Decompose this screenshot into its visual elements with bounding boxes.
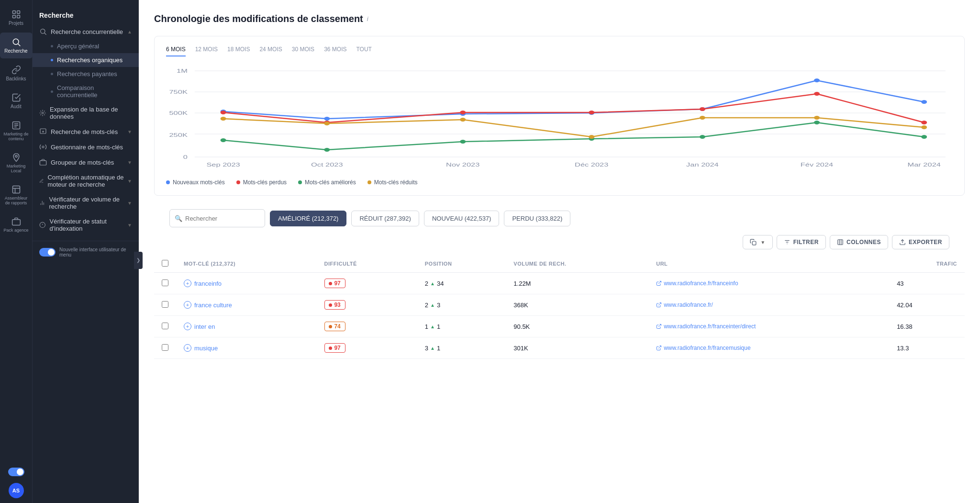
table-section: 🔍 AMÉLIORÉ (212,372) RÉDUIT (287,392) NO… — [154, 209, 965, 370]
svg-point-44 — [324, 117, 330, 121]
row-checkbox[interactable] — [162, 279, 168, 286]
sidebar-item-pack-agence[interactable]: Pack agence — [0, 212, 33, 237]
tab-6mois[interactable]: 6 MOIS — [166, 46, 186, 56]
new-interface-toggle[interactable]: Nouvelle interface utilisateur de menu — [39, 247, 132, 257]
trafic-cell: 16.38 — [889, 316, 965, 337]
sidebar-item-projets[interactable]: Projets — [0, 5, 33, 31]
dot-icon — [51, 73, 53, 75]
toggle-switch[interactable] — [39, 248, 56, 257]
sidebar-collapse-button[interactable]: ❯ — [134, 252, 143, 269]
sidebar-item-marketing-local[interactable]: Marketing Local — [0, 148, 33, 178]
filtrer-button[interactable]: FILTRER — [777, 235, 826, 249]
sidebar-section-mots-cles[interactable]: Recherche de mots-clés ▼ — [33, 124, 139, 139]
chevron-down-icon: ▼ — [127, 223, 132, 228]
chart-section: 6 MOIS 12 MOIS 18 MOIS 24 MOIS 30 MOIS 3… — [154, 36, 965, 196]
volume-cell: 1.22M — [506, 273, 648, 294]
trafic-cell: 43 — [889, 273, 965, 294]
chart-legend: Nouveaux mots-clés Mots-clés perdus Mots… — [166, 179, 953, 186]
sidebar-section-groupeur[interactable]: Groupeur de mots-clés ▼ — [33, 155, 139, 170]
sidebar-item-marketing-contenu-label: Marketing de contenu — [3, 132, 30, 141]
row-checkbox-cell[interactable] — [154, 294, 176, 316]
sidebar-item-comparaison-label: Comparaison concurrentielle — [57, 84, 132, 99]
chart-svg: 1M 750K 500K 250K 0 Sep 2023 Oct 2023 No… — [166, 66, 953, 171]
new-interface-toggle[interactable] — [8, 468, 24, 476]
filter-tab-nouveau[interactable]: NOUVEAU (422,537) — [424, 211, 500, 226]
keyword-link[interactable]: + france culture — [184, 301, 309, 309]
sidebar-item-recherches-payantes[interactable]: Recherches payantes — [33, 67, 139, 81]
sidebar-item-backlinks[interactable]: Backlinks — [0, 60, 33, 86]
plus-circle-icon: + — [184, 279, 191, 287]
row-checkbox[interactable] — [162, 301, 168, 308]
svg-point-58 — [324, 148, 330, 152]
icon-rail: Projets Recherche Backlinks Audit Market… — [0, 0, 33, 503]
export-icon — [899, 239, 906, 246]
url-link[interactable]: www.radiofrance.fr/franceinfo — [656, 280, 881, 287]
url-link[interactable]: www.radiofrance.fr/francemusique — [656, 345, 881, 351]
section-label: Vérificateur de statut d'indexation — [50, 218, 128, 232]
copy-button[interactable]: ▼ — [743, 235, 772, 249]
exporter-button[interactable]: EXPORTER — [892, 235, 949, 249]
sidebar-section-recherche-concurrentielle[interactable]: Recherche concurrentielle ▲ — [33, 24, 139, 39]
sidebar-item-comparaison[interactable]: Comparaison concurrentielle — [33, 81, 139, 102]
tab-36mois[interactable]: 36 MOIS — [324, 46, 346, 56]
filter-tab-perdu[interactable]: PERDU (333,822) — [504, 211, 570, 226]
tab-tout[interactable]: TOUT — [356, 46, 371, 56]
tab-30mois[interactable]: 30 MOIS — [292, 46, 314, 56]
sidebar-item-marketing-contenu[interactable]: Marketing de contenu — [0, 116, 33, 146]
sidebar-item-recherche-label: Recherche — [4, 48, 27, 54]
sidebar-item-recherche[interactable]: Recherche — [0, 33, 33, 58]
arrow-up-icon: ▲ — [430, 302, 435, 308]
legend-label-perdus: Mots-clés perdus — [243, 179, 287, 186]
keyword-link[interactable]: + franceinfo — [184, 279, 309, 287]
sidebar-section-expansion[interactable]: Expansion de la base de données — [33, 102, 139, 124]
sidebar-section-verificateur-indexation[interactable]: Vérificateur de statut d'indexation ▼ — [33, 214, 139, 236]
row-checkbox-cell[interactable] — [154, 273, 176, 294]
trafic-cell: 42.04 — [889, 294, 965, 316]
toggle-switch[interactable] — [8, 468, 24, 476]
svg-point-15 — [41, 29, 45, 34]
sidebar-section-gestionnaire[interactable]: Gestionnaire de mots-clés — [33, 139, 139, 155]
chevron-down-icon: ▼ — [127, 129, 132, 134]
keyword-link[interactable]: + inter en — [184, 323, 309, 330]
external-link-icon — [656, 324, 662, 329]
svg-point-50 — [221, 111, 226, 114]
svg-point-56 — [921, 121, 927, 124]
search-input[interactable] — [185, 215, 260, 222]
sidebar-item-apercu[interactable]: Aperçu général — [33, 39, 139, 53]
external-link-icon — [656, 280, 662, 286]
search-box[interactable]: 🔍 — [169, 209, 265, 227]
url-link[interactable]: www.radiofrance.fr/ — [656, 302, 881, 308]
avatar[interactable]: AS — [9, 483, 24, 498]
position-value: 3 ▲ 1 — [425, 345, 499, 352]
sidebar-section-verificateur-volume[interactable]: Vérificateur de volume de recherche ▼ — [33, 192, 139, 214]
difficulty-badge: 97 — [324, 343, 345, 353]
colonnes-button[interactable]: COLONNES — [830, 235, 888, 249]
sidebar-item-assembleur-rapports[interactable]: Assembleur de rapports — [0, 180, 33, 210]
tab-24mois[interactable]: 24 MOIS — [259, 46, 282, 56]
select-all-checkbox[interactable] — [162, 260, 168, 267]
tab-18mois[interactable]: 18 MOIS — [227, 46, 250, 56]
legend-dot-yellow — [368, 180, 371, 184]
row-checkbox-cell[interactable] — [154, 316, 176, 337]
sidebar-section-completion[interactable]: Complétion automatique de moteur de rech… — [33, 170, 139, 192]
legend-label-nouveaux: Nouveaux mots-clés — [173, 179, 225, 186]
position-value: 1 ▲ 1 — [425, 323, 499, 330]
table-row: + musique 97 3 ▲ 1 — [154, 337, 965, 359]
svg-text:500K: 500K — [169, 110, 188, 116]
row-checkbox[interactable] — [162, 323, 168, 329]
diff-dot-icon — [329, 303, 332, 307]
sidebar-item-audit[interactable]: Audit — [0, 88, 33, 114]
filter-tab-ameliore[interactable]: AMÉLIORÉ (212,372) — [270, 211, 346, 226]
filter-tab-reduit[interactable]: RÉDUIT (287,392) — [351, 211, 419, 226]
url-link[interactable]: www.radiofrance.fr/franceinter/direct — [656, 323, 881, 330]
row-checkbox-cell[interactable] — [154, 337, 176, 359]
row-checkbox[interactable] — [162, 344, 168, 351]
svg-point-64 — [221, 117, 226, 121]
svg-point-54 — [700, 107, 705, 111]
keyword-link[interactable]: + musique — [184, 344, 309, 352]
sidebar-item-recherches-organiques[interactable]: Recherches organiques — [33, 53, 139, 67]
keyword-cell: + musique — [176, 337, 317, 359]
svg-rect-2 — [12, 15, 15, 18]
page-title: Chronologie des modifications de classem… — [154, 13, 965, 24]
tab-12mois[interactable]: 12 MOIS — [195, 46, 218, 56]
